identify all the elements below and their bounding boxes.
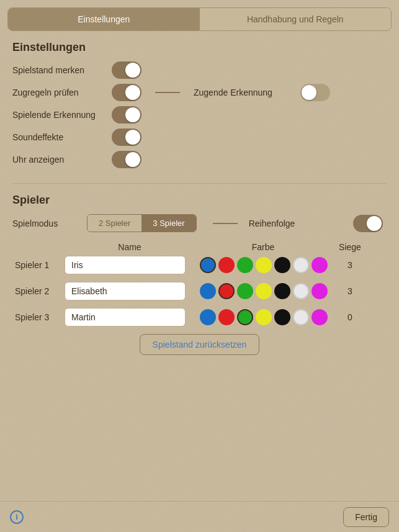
player-1-name-input[interactable] bbox=[65, 256, 186, 274]
player-1-color-black[interactable] bbox=[274, 257, 290, 273]
soundeffekte-label: Soundeffekte bbox=[12, 132, 112, 142]
zugende-toggle[interactable] bbox=[300, 84, 330, 101]
player-3-color-white[interactable] bbox=[293, 309, 309, 325]
player-1-sieges: 3 bbox=[331, 260, 369, 270]
einstellungen-title: Einstellungen bbox=[12, 41, 387, 54]
player-1-label: Spieler 1 bbox=[15, 260, 65, 270]
player-2-color-green[interactable] bbox=[237, 283, 253, 299]
player-2-color-blue[interactable] bbox=[200, 283, 216, 299]
reihenfolge-toggle-knob bbox=[367, 216, 382, 231]
spieler-section: Spieler Spielmodus 2 Spieler 3 Spieler R… bbox=[12, 194, 387, 355]
spielmodus-segmented: 2 Spieler 3 Spieler bbox=[87, 214, 197, 232]
setting-row-uhr: Uhr anzeigen bbox=[12, 151, 387, 168]
main-content: Einstellungen Spielstand merken Zugregel… bbox=[0, 31, 399, 377]
zugregeln-toggle-knob bbox=[125, 85, 140, 100]
setting-row-spielstand: Spielstand merken bbox=[12, 61, 387, 79]
spielstand-label: Spielstand merken bbox=[12, 65, 112, 75]
zugende-label: Zugende Erkennung bbox=[194, 88, 293, 97]
uhr-toggle[interactable] bbox=[112, 151, 141, 168]
setting-row-soundeffekte: Soundeffekte bbox=[12, 128, 387, 146]
player-1-color-yellow[interactable] bbox=[256, 257, 272, 273]
player-row-1: Spieler 1 3 bbox=[12, 256, 387, 274]
col-header-name: Name bbox=[65, 242, 195, 252]
player-1-color-dots bbox=[200, 257, 331, 273]
reihenfolge-group: Reihenfolge bbox=[207, 215, 383, 232]
info-label: i bbox=[16, 512, 18, 521]
player-3-color-red[interactable] bbox=[218, 309, 235, 325]
setting-row-spielende: Spielende Erkennung bbox=[12, 106, 387, 124]
player-1-color-green[interactable] bbox=[237, 257, 253, 273]
reset-button[interactable]: Spielstand zurücksetzen bbox=[140, 334, 260, 355]
zugregeln-label: Zugregeln prüfen bbox=[12, 88, 112, 97]
segment-2spieler[interactable]: 2 Spieler bbox=[87, 215, 141, 232]
spielende-label: Spielende Erkennung bbox=[12, 110, 112, 120]
player-1-color-blue[interactable] bbox=[200, 257, 216, 273]
reset-button-wrapper: Spielstand zurücksetzen bbox=[12, 334, 387, 355]
spieler-title: Spieler bbox=[12, 194, 387, 207]
player-row-3: Spieler 3 0 bbox=[12, 308, 387, 327]
soundeffekte-toggle[interactable] bbox=[112, 128, 141, 146]
reihenfolge-separator bbox=[213, 223, 238, 224]
tab-handhabung[interactable]: Handhabung und Regeln bbox=[200, 8, 392, 30]
player-1-color-red[interactable] bbox=[218, 257, 235, 273]
player-3-color-magenta[interactable] bbox=[312, 309, 328, 325]
player-1-color-white[interactable] bbox=[293, 257, 309, 273]
player-2-color-yellow[interactable] bbox=[256, 283, 272, 299]
bottom-bar: i Fertig bbox=[0, 501, 399, 532]
zugende-toggle-knob bbox=[302, 85, 316, 100]
tab-einstellungen[interactable]: Einstellungen bbox=[8, 8, 200, 30]
player-3-name-input[interactable] bbox=[65, 308, 186, 327]
info-icon[interactable]: i bbox=[10, 510, 24, 524]
player-3-color-yellow[interactable] bbox=[256, 309, 272, 325]
reihenfolge-toggle[interactable] bbox=[353, 215, 383, 232]
player-3-label: Spieler 3 bbox=[15, 312, 65, 322]
spielende-toggle[interactable] bbox=[112, 106, 141, 124]
player-2-color-red[interactable] bbox=[218, 283, 235, 299]
player-2-sieges: 3 bbox=[331, 286, 369, 296]
setting-row-zugregeln: Zugregeln prüfen Zugende Erkennung bbox=[12, 84, 387, 101]
separator-line bbox=[155, 92, 180, 93]
player-3-color-green[interactable] bbox=[237, 309, 253, 325]
section-divider bbox=[12, 183, 387, 184]
spielstand-toggle[interactable] bbox=[112, 61, 141, 79]
players-table-header: Name Farbe Siege bbox=[12, 242, 387, 252]
segment-3spieler[interactable]: 3 Spieler bbox=[141, 215, 195, 232]
spielstand-toggle-knob bbox=[125, 63, 140, 78]
soundeffekte-toggle-knob bbox=[125, 130, 140, 145]
player-3-sieges: 0 bbox=[331, 312, 369, 322]
player-2-label: Spieler 2 bbox=[15, 286, 65, 296]
player-2-color-black[interactable] bbox=[274, 283, 290, 299]
player-2-color-magenta[interactable] bbox=[312, 283, 328, 299]
player-3-color-blue[interactable] bbox=[200, 309, 216, 325]
zugregeln-toggle-group: Zugende Erkennung bbox=[112, 84, 330, 101]
uhr-label: Uhr anzeigen bbox=[12, 155, 112, 165]
player-row-2: Spieler 2 3 bbox=[12, 282, 387, 300]
spielmodus-label: Spielmodus bbox=[12, 219, 87, 228]
player-3-color-black[interactable] bbox=[274, 309, 290, 325]
fertig-button[interactable]: Fertig bbox=[343, 507, 389, 527]
player-3-color-dots bbox=[200, 309, 331, 325]
reihenfolge-label: Reihenfolge bbox=[249, 219, 348, 228]
spielmodus-row: Spielmodus 2 Spieler 3 Spieler Reihenfol… bbox=[12, 214, 387, 232]
uhr-toggle-knob bbox=[125, 152, 140, 167]
player-1-color-magenta[interactable] bbox=[312, 257, 328, 273]
col-header-farbe: Farbe bbox=[195, 242, 331, 252]
tab-bar: Einstellungen Handhabung und Regeln bbox=[7, 7, 392, 31]
player-2-name-input[interactable] bbox=[65, 282, 186, 300]
zugregeln-toggle[interactable] bbox=[112, 84, 141, 101]
einstellungen-section: Einstellungen Spielstand merken Zugregel… bbox=[12, 41, 387, 168]
player-2-color-dots bbox=[200, 283, 331, 299]
player-2-color-white[interactable] bbox=[293, 283, 309, 299]
col-header-siege: Siege bbox=[331, 242, 369, 252]
spielende-toggle-knob bbox=[125, 107, 140, 122]
